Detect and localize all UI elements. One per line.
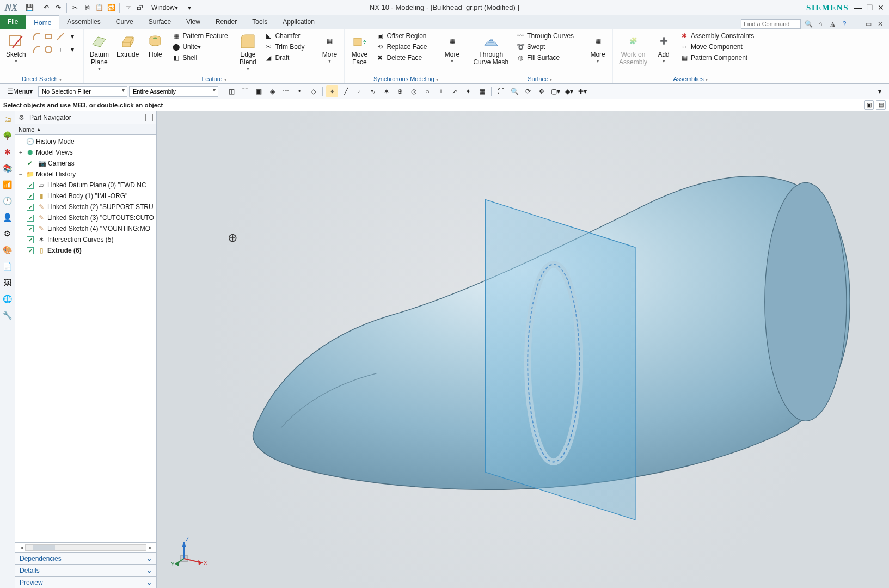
window-menu[interactable]: Window ▾ xyxy=(146,2,183,13)
browser-tab-icon[interactable]: 🌐 xyxy=(2,293,14,305)
pin-icon[interactable] xyxy=(145,114,153,121)
maximize-button[interactable]: ☐ xyxy=(865,3,874,12)
sheet-tab-icon[interactable]: 📄 xyxy=(2,260,14,272)
datum-plane[interactable] xyxy=(486,200,635,520)
point-icon[interactable]: ＋ xyxy=(55,44,66,55)
filter-point-icon[interactable]: • xyxy=(293,85,305,97)
cut-icon[interactable]: ✂ xyxy=(70,2,81,13)
tree-item-3[interactable]: ✔✎Linked Sketch (3) "CUTOUTS:CUTO xyxy=(15,212,156,223)
tree-item-5[interactable]: ✔✶Intersection Curves (5) xyxy=(15,234,156,245)
tab-application[interactable]: Application xyxy=(275,15,322,29)
constraint-navigator-tab-icon[interactable]: ✱ xyxy=(2,146,14,158)
minimize-button[interactable]: — xyxy=(853,3,863,12)
scroll-thumb[interactable] xyxy=(33,545,55,550)
toolbar-options-icon[interactable]: ▾ xyxy=(874,85,886,97)
filter-feature-icon[interactable]: ◈ xyxy=(266,85,278,97)
tab-file[interactable]: File xyxy=(0,15,26,29)
fill-surface-button[interactable]: ◍Fill Surface xyxy=(513,53,584,64)
snap-point-icon[interactable]: ＋ xyxy=(435,85,447,97)
circle-icon[interactable] xyxy=(43,44,54,55)
group-assemblies-label[interactable]: Assemblies▾ xyxy=(616,75,764,83)
rectangle-icon[interactable] xyxy=(43,31,54,42)
filter-face-icon[interactable]: ◫ xyxy=(225,85,237,97)
roles-tab-icon[interactable]: 👤 xyxy=(2,211,14,223)
move-component-button[interactable]: ↔Move Component xyxy=(677,42,764,53)
reuse-library-tab-icon[interactable]: 📚 xyxy=(2,162,14,174)
filter-datum-icon[interactable]: ◇ xyxy=(307,85,319,97)
tab-surface[interactable]: Surface xyxy=(141,15,179,29)
render-tab-icon[interactable]: 🎨 xyxy=(2,244,14,256)
snap-toggle-icon[interactable]: ⌖ xyxy=(326,85,338,97)
move-face-button[interactable]: Move Face xyxy=(348,31,371,68)
minimize-ribbon-button[interactable]: — xyxy=(852,20,861,28)
view-zoom-icon[interactable]: 🔍 xyxy=(508,85,520,97)
snap-intersect-icon[interactable]: ✶ xyxy=(381,85,393,97)
tree-item-0[interactable]: ✔▱Linked Datum Plane (0) "FWD NC xyxy=(15,180,156,191)
work-on-assembly-button[interactable]: 🧩 Work on Assembly xyxy=(616,31,650,68)
navigator-preview[interactable]: Preview⌄ xyxy=(15,576,156,588)
search-icon[interactable]: 🔍 xyxy=(804,20,813,28)
save-icon[interactable]: 💾 xyxy=(24,2,35,13)
group-feature-label[interactable]: Feature▾ xyxy=(87,75,341,83)
profile-icon[interactable] xyxy=(31,31,42,42)
full-screen-icon[interactable]: ▣ xyxy=(864,100,874,110)
snap-pole-icon[interactable]: ✦ xyxy=(462,85,474,97)
tab-tools[interactable]: Tools xyxy=(244,15,275,29)
through-curve-mesh-button[interactable]: Through Curve Mesh xyxy=(470,31,511,68)
view-rotate-icon[interactable]: ⟳ xyxy=(522,85,534,97)
line-icon[interactable] xyxy=(55,31,66,42)
snap-quadrant-icon[interactable]: ◎ xyxy=(408,85,420,97)
close-ribbon-button[interactable]: ✕ xyxy=(876,20,885,28)
view-layer-icon[interactable]: ◆▾ xyxy=(563,85,575,97)
menu-button[interactable]: ☰ Menu ▾ xyxy=(3,85,36,97)
selection-scope-combo[interactable] xyxy=(129,86,218,97)
view-fit-icon[interactable]: ⛶ xyxy=(495,85,507,97)
part-navigator-tab-icon[interactable]: 🗂 xyxy=(2,113,14,125)
surface-more-button[interactable]: ▦ More▼ xyxy=(586,31,609,65)
hd3d-tab-icon[interactable]: 📶 xyxy=(2,179,14,191)
graphics-viewport[interactable]: ⊕ xyxy=(157,111,889,588)
sketch-button[interactable]: Sketch ▼ xyxy=(3,31,29,65)
group-direct-sketch-label[interactable]: Direct Sketch▾ xyxy=(3,75,80,83)
view-pan-icon[interactable]: ✥ xyxy=(536,85,548,97)
paste-icon[interactable]: 📋 xyxy=(94,2,105,13)
edge-blend-button[interactable]: Edge Blend▼ xyxy=(236,31,259,73)
selection-filter-combo[interactable] xyxy=(38,86,127,97)
add-component-button[interactable]: ➕ Add▼ xyxy=(652,31,675,65)
snap-point-on-curve-icon[interactable]: ○ xyxy=(421,85,433,97)
command-search-input[interactable] xyxy=(741,19,801,29)
checkbox-icon[interactable]: ✔ xyxy=(27,204,34,211)
group-sync-label[interactable]: Synchronous Modeling▾ xyxy=(348,75,463,83)
checkbox-icon[interactable]: ✔ xyxy=(27,215,34,222)
offset-region-button[interactable]: ▣Offset Region xyxy=(373,31,438,42)
repeat-icon[interactable]: 🔁 xyxy=(106,2,117,13)
view-style-icon[interactable]: ▢▾ xyxy=(549,85,561,97)
tree-model-history[interactable]: −📁Model History xyxy=(15,169,156,180)
tree-item-6[interactable]: ✔▯Extrude (6) xyxy=(15,245,156,256)
filter-curve-icon[interactable]: 〰 xyxy=(280,85,292,97)
snap-arc-icon[interactable]: ⊕ xyxy=(394,85,406,97)
delete-face-button[interactable]: ✖Delete Face xyxy=(373,53,438,64)
gear-icon[interactable]: ⚙ xyxy=(19,114,27,121)
assembly-navigator-tab-icon[interactable]: 🌳 xyxy=(2,130,14,142)
tab-curve[interactable]: Curve xyxy=(108,15,141,29)
navigator-hscroll[interactable]: ◂ ▸ xyxy=(15,542,156,552)
shell-button[interactable]: ◧Shell xyxy=(169,53,234,64)
checkbox-icon[interactable]: ✔ xyxy=(27,182,34,189)
pattern-component-button[interactable]: ▦Pattern Component xyxy=(677,53,764,64)
checkbox-icon[interactable]: ✔ xyxy=(27,225,34,232)
switch-window-icon[interactable]: 🗗 xyxy=(134,2,145,13)
redo-icon[interactable]: ↷ xyxy=(53,2,64,13)
draft-button[interactable]: ◢Draft xyxy=(261,53,316,64)
sync-more-button[interactable]: ▦ More▼ xyxy=(440,31,463,65)
tree-history-mode[interactable]: 🕘History Mode xyxy=(15,136,156,147)
unite-button[interactable]: ⬤Unite ▾ xyxy=(169,42,234,53)
chamfer-button[interactable]: ◣Chamfer xyxy=(261,31,316,42)
navigator-column-header[interactable]: Name ▲ xyxy=(15,124,156,135)
process-tab-icon[interactable]: 🔧 xyxy=(2,309,14,321)
system-tab-icon[interactable]: ⚙ xyxy=(2,228,14,240)
snap-mid-icon[interactable]: ⟋ xyxy=(353,85,365,97)
roles-icon[interactable]: ◮ xyxy=(828,20,837,28)
sketch-more2-icon[interactable]: ▾ xyxy=(67,44,78,55)
visual-tab-icon[interactable]: 🖼 xyxy=(2,277,14,289)
